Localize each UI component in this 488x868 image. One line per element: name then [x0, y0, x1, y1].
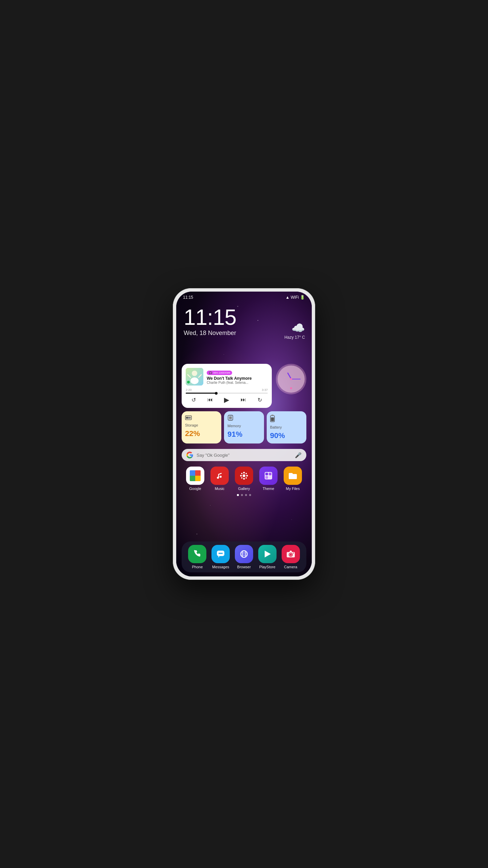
svg-point-40 — [221, 553, 223, 554]
dock-camera[interactable]: Camera — [280, 545, 302, 569]
svg-rect-20 — [271, 417, 274, 421]
progress-time: 2:20 3:37 — [186, 388, 268, 392]
svg-rect-33 — [265, 473, 268, 475]
google-logo — [186, 452, 193, 458]
app-myfiles[interactable]: My Files — [282, 467, 304, 491]
play-button[interactable]: ▶ — [224, 396, 229, 404]
music-artist: Charlie Puth (feat. Selena... — [207, 381, 268, 384]
current-time: 2:20 — [186, 388, 192, 392]
battery-label: Battery — [270, 425, 303, 429]
svg-point-30 — [241, 477, 243, 479]
replay-button[interactable]: ↺ — [191, 397, 196, 403]
svg-rect-36 — [269, 476, 271, 479]
memory-widget[interactable]: Memory 91% — [224, 411, 264, 443]
system-widgets: Storage 22% — [176, 408, 312, 443]
svg-point-2 — [192, 371, 197, 376]
music-info: 🎧 WH-1000XM4 We Don't Talk Anymore Charl… — [207, 369, 268, 384]
svg-point-38 — [219, 553, 220, 554]
clock-face — [278, 366, 305, 393]
memory-value: 91% — [227, 430, 260, 439]
widgets-area: 🎧 WH-1000XM4 We Don't Talk Anymore Charl… — [176, 337, 312, 408]
svg-point-24 — [243, 472, 245, 474]
status-bar: 11:15 ▲ WiFi 🔋 — [176, 292, 312, 301]
app-grid: Google Music — [176, 461, 312, 491]
headphone-icon: 🎧 — [209, 371, 212, 374]
music-controls: ↺ ⏮ ▶ ⏭ ↻ — [186, 396, 268, 404]
music-header: 🎧 WH-1000XM4 We Don't Talk Anymore Charl… — [186, 368, 268, 386]
svg-point-49 — [293, 553, 294, 554]
music-icon — [210, 467, 229, 485]
clock-center-dot — [290, 378, 292, 380]
svg-point-41 — [241, 551, 247, 557]
minute-hand — [291, 379, 301, 379]
phone-frame: 11:15 ▲ WiFi 🔋 11:15 Wed, 18 November ☁️… — [173, 288, 315, 580]
dock-messages[interactable]: Messages — [210, 545, 231, 569]
svg-point-29 — [246, 473, 247, 474]
camera-icon — [282, 545, 300, 563]
svg-point-39 — [220, 553, 221, 554]
svg-point-22 — [220, 476, 222, 478]
svg-point-26 — [240, 475, 242, 477]
storage-widget[interactable]: Storage 22% — [182, 411, 221, 443]
battery-icon — [270, 415, 303, 424]
svg-rect-35 — [265, 476, 268, 479]
svg-rect-19 — [271, 415, 273, 416]
browser-icon — [235, 545, 253, 563]
search-bar[interactable]: Say "Ok Google" 🎤 — [182, 449, 306, 461]
browser-label: Browser — [237, 565, 251, 569]
headphone-label: WH-1000XM4 — [213, 371, 230, 374]
headphone-badge: 🎧 WH-1000XM4 — [207, 371, 232, 375]
clock-bottom-dot — [290, 387, 292, 389]
album-art-image — [186, 368, 203, 386]
clock-area: 11:15 Wed, 18 November ☁️ Hazy 17° C — [176, 301, 312, 337]
app-music[interactable]: Music — [209, 467, 230, 491]
svg-marker-45 — [265, 551, 271, 557]
svg-point-31 — [246, 477, 247, 479]
battery-widget[interactable]: Battery 90% — [267, 411, 306, 443]
camera-label: Camera — [284, 565, 297, 569]
dock-playstore[interactable]: PlayStore — [257, 545, 278, 569]
svg-point-48 — [290, 554, 292, 556]
progress-bar[interactable] — [186, 393, 268, 394]
gallery-icon — [235, 467, 253, 485]
forward-button[interactable]: ↻ — [258, 397, 262, 403]
app-gallery[interactable]: Gallery — [233, 467, 255, 491]
theme-icon — [259, 467, 278, 485]
screen-content: 11:15 ▲ WiFi 🔋 11:15 Wed, 18 November ☁️… — [176, 292, 312, 576]
prev-button[interactable]: ⏮ — [207, 397, 213, 403]
messages-label: Messages — [212, 565, 229, 569]
svg-point-25 — [243, 478, 245, 480]
svg-point-3 — [190, 377, 199, 384]
svg-rect-34 — [269, 473, 271, 475]
myfiles-icon — [284, 467, 302, 485]
analog-clock — [276, 364, 306, 394]
storage-value: 22% — [185, 429, 218, 438]
music-title: We Don't Talk Anymore — [207, 376, 268, 381]
status-icons: ▲ WiFi 🔋 — [285, 295, 305, 300]
phone-label: Phone — [192, 565, 203, 569]
music-label: Music — [215, 487, 225, 491]
messages-icon — [211, 545, 230, 563]
google-label: Google — [189, 487, 201, 491]
svg-rect-9 — [186, 417, 188, 419]
phone-icon — [188, 545, 206, 563]
mic-icon[interactable]: 🎤 — [295, 452, 302, 458]
storage-label: Storage — [185, 423, 218, 427]
battery-value: 90% — [270, 431, 303, 440]
music-widget[interactable]: 🎧 WH-1000XM4 We Don't Talk Anymore Charl… — [182, 364, 272, 408]
next-button[interactable]: ⏭ — [241, 397, 246, 403]
app-google[interactable]: Google — [184, 467, 206, 491]
dock-browser[interactable]: Browser — [233, 545, 255, 569]
svg-point-27 — [246, 475, 248, 477]
svg-point-42 — [242, 551, 246, 557]
svg-point-23 — [243, 474, 245, 477]
app-theme[interactable]: Theme — [258, 467, 279, 491]
svg-point-6 — [187, 381, 190, 383]
svg-point-21 — [217, 477, 219, 479]
weather-widget: ☁️ Hazy 17° C — [284, 321, 305, 340]
phone-screen: 11:15 ▲ WiFi 🔋 11:15 Wed, 18 November ☁️… — [176, 292, 312, 576]
theme-label: Theme — [263, 487, 274, 491]
dock-phone[interactable]: Phone — [186, 545, 208, 569]
progress-bar-container[interactable]: 2:20 3:37 — [186, 388, 268, 394]
memory-icon — [227, 415, 260, 422]
